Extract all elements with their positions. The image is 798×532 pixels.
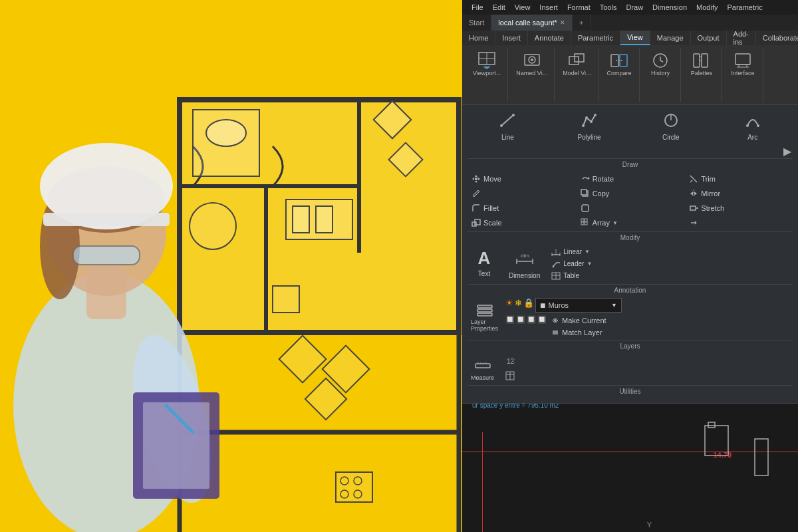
annotation-dimension-btn[interactable]: dim Dimension — [503, 245, 545, 282]
modify-rotate-btn[interactable]: Rotate — [577, 172, 684, 186]
menu-file[interactable]: File — [467, 2, 487, 13]
svg-marker-70 — [475, 175, 477, 177]
interface-btn[interactable]: Interface — [729, 49, 757, 78]
modify-stretch-btn[interactable]: Stretch — [685, 201, 793, 215]
cad-canvas[interactable]: [Top][2D Wireframe] Line — [462, 105, 798, 532]
modify-array-btn[interactable]: Array ▼ — [577, 216, 684, 229]
svg-rect-50 — [694, 54, 700, 67]
menu-edit[interactable]: Edit — [489, 2, 509, 13]
ribbon-tab-collaborate[interactable]: Collaborate — [756, 31, 798, 45]
ribbon-tab-addins[interactable]: Add-ins — [727, 31, 756, 45]
compare-btn[interactable]: Compare — [604, 49, 634, 78]
svg-marker-72 — [472, 178, 474, 180]
svg-rect-124 — [755, 439, 768, 475]
layer-properties-btn[interactable]: LayerProperties — [467, 298, 501, 334]
fillet-extra-icon — [581, 203, 590, 213]
table-icon — [551, 272, 561, 280]
tab-add[interactable]: + — [573, 15, 591, 31]
utilities-sub-btn2[interactable] — [501, 369, 519, 382]
ribbon-tab-parametric[interactable]: Parametric — [571, 31, 620, 45]
svg-marker-86 — [697, 207, 698, 209]
layer-dropdown[interactable]: ■ Muros ▼ — [535, 298, 622, 313]
menu-insert[interactable]: Insert — [535, 2, 562, 13]
svg-marker-73 — [478, 178, 480, 180]
menu-parametric[interactable]: Parametric — [723, 2, 766, 13]
fillet-icon — [471, 203, 481, 213]
modify-scale-btn[interactable]: Scale — [467, 216, 575, 229]
annotation-leader-btn[interactable]: Leader ▼ — [548, 259, 595, 269]
ribbon-group-history: History — [641, 48, 681, 102]
annotation-text-btn[interactable]: A Text — [467, 245, 501, 282]
svg-rect-123 — [708, 422, 715, 428]
svg-marker-81 — [690, 192, 693, 196]
ribbon-tab-annotate[interactable]: Annotate — [528, 31, 571, 45]
svg-rect-74 — [475, 178, 477, 180]
person-photo — [0, 7, 319, 532]
svg-point-68 — [746, 124, 749, 127]
fillet-extra-btn[interactable] — [577, 201, 684, 215]
layer-controls: ☀ ❄ 🔒 ■ Muros ▼ 🔲 — [505, 298, 793, 338]
utilities-sub-btn1[interactable]: 123 — [501, 354, 519, 368]
modify-move-btn[interactable]: Move — [467, 172, 575, 186]
ribbon-tab-manage[interactable]: Manage — [650, 31, 691, 45]
menu-dimension[interactable]: Dimension — [648, 2, 691, 13]
history-btn[interactable]: History — [648, 49, 673, 78]
layer-sun-icon[interactable]: ☀ — [505, 298, 513, 313]
match-layer-btn[interactable]: Match Layer — [548, 327, 610, 338]
dimension-icon: dim — [514, 248, 535, 271]
rotate-icon — [581, 174, 590, 184]
menu-view[interactable]: View — [511, 2, 535, 13]
draw-polyline-btn[interactable]: Polyline — [549, 109, 630, 144]
modify-mirror-btn[interactable]: Mirror — [685, 187, 793, 200]
menu-draw[interactable]: Draw — [622, 2, 647, 13]
measure-btn[interactable]: Measure — [467, 354, 497, 383]
ribbon-tab-view[interactable]: View — [620, 31, 650, 45]
svg-point-63 — [585, 116, 588, 119]
palettes-btn[interactable]: Palettes — [688, 49, 716, 78]
annotation-table-btn[interactable]: Table — [548, 271, 595, 281]
annotation-linear-btn[interactable]: Linear ▼ — [548, 247, 595, 257]
viewport-btn[interactable]: Viewport... — [470, 49, 503, 78]
draw-expand-btn[interactable]: ▶ — [782, 146, 793, 156]
pencil-icon — [471, 189, 481, 198]
ribbon-tab-output[interactable]: Output — [691, 31, 727, 45]
layers-section-title: Layers — [467, 340, 793, 350]
draw-line-btn[interactable]: Line — [467, 109, 548, 144]
model-views-icon — [567, 51, 586, 70]
ribbon-group-named-views: Named Vi... — [509, 48, 555, 102]
table2-icon — [505, 371, 515, 380]
svg-point-60 — [500, 124, 503, 127]
menu-tools[interactable]: Tools — [596, 2, 621, 13]
ribbon-group-palettes: Palettes — [682, 48, 722, 102]
modify-copy-btn[interactable]: Copy — [577, 187, 684, 200]
named-views-btn[interactable]: Named Vi... — [513, 49, 550, 78]
modify-trim-btn[interactable]: Trim — [685, 172, 793, 186]
draw-arc-btn[interactable]: Arc — [712, 109, 793, 144]
svg-rect-90 — [585, 219, 587, 221]
ribbon-group-compare: Compare — [600, 48, 640, 102]
array-extra-btn[interactable] — [685, 216, 793, 229]
make-current-btn[interactable]: Make Current — [548, 315, 610, 326]
layer-icon2c[interactable]: 🔲 — [527, 315, 536, 338]
tab-start[interactable]: Start — [462, 15, 491, 31]
layer-icon2a[interactable]: 🔲 — [505, 315, 515, 338]
trim-pencil-btn[interactable] — [467, 187, 575, 200]
menu-modify[interactable]: Modify — [692, 2, 722, 13]
ribbon-tab-insert[interactable]: Insert — [495, 31, 528, 45]
layer-lock-icon[interactable]: 🔒 — [523, 298, 534, 313]
tab-drawing[interactable]: local calle sagunt* ✕ — [491, 15, 573, 31]
right-panel: File Edit View Insert Format Tools Draw … — [462, 0, 798, 532]
layer-icon2d[interactable]: 🔲 — [537, 315, 547, 338]
layer-icon2b[interactable]: 🔲 — [516, 315, 525, 338]
ribbon-tab-home[interactable]: Home — [462, 31, 495, 45]
draw-circle-btn[interactable]: Circle — [631, 109, 712, 144]
modify-fillet-btn[interactable]: Fillet — [467, 201, 575, 215]
svg-point-64 — [590, 120, 593, 123]
svg-point-65 — [594, 114, 597, 116]
model-views-btn[interactable]: Model Vi... — [560, 49, 593, 78]
left-panel — [0, 0, 462, 532]
svg-rect-16 — [336, 472, 372, 502]
layer-freeze-icon[interactable]: ❄ — [515, 298, 522, 313]
menu-format[interactable]: Format — [563, 2, 595, 13]
layers-actions: Make Current Match Layer — [548, 315, 610, 338]
